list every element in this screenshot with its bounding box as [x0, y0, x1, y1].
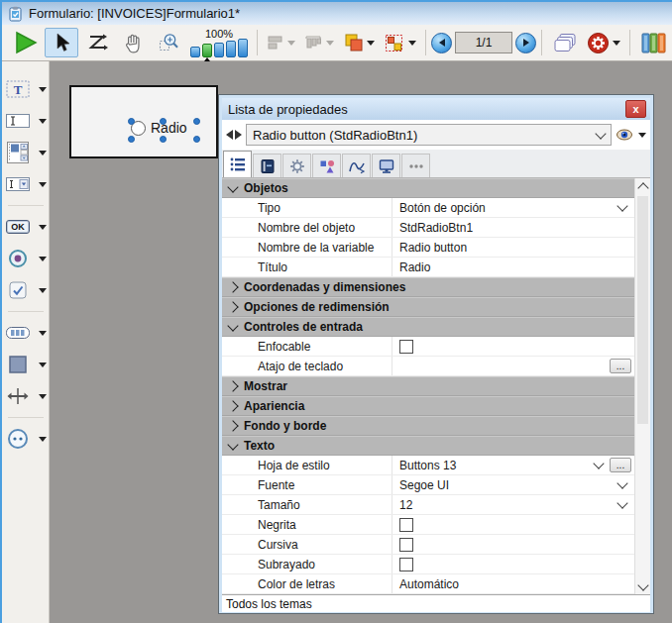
property-row[interactable]: TipoBotón de opción — [222, 198, 650, 218]
next-page-button[interactable] — [515, 33, 536, 53]
design-canvas[interactable]: Radio Lista de propiedades x Radio butt — [50, 61, 672, 623]
tab-settings[interactable] — [282, 154, 311, 177]
property-value-cell[interactable]: 12 — [392, 495, 634, 514]
property-row[interactable]: Tamaño12 — [222, 495, 650, 515]
close-icon[interactable]: x — [625, 100, 646, 118]
subforms-button[interactable] — [548, 28, 582, 57]
visibility-filter-button[interactable] — [616, 128, 646, 142]
toolbar-control-tool[interactable] — [4, 321, 47, 345]
section-row[interactable]: Opciones de redimensión — [222, 297, 650, 317]
property-row[interactable]: Negrita — [222, 515, 650, 535]
property-value-cell[interactable]: ... — [392, 357, 634, 375]
splitter-tool[interactable] — [4, 384, 47, 408]
property-row[interactable]: Color de letrasAutomático — [222, 574, 650, 594]
property-value-cell[interactable]: Radio button — [392, 238, 634, 257]
selection-handle[interactable] — [193, 118, 200, 125]
splitter-dropdown-arrow[interactable] — [39, 394, 47, 399]
ellipsis-button[interactable]: ... — [610, 458, 631, 472]
selection-handle[interactable] — [193, 136, 200, 143]
page-indicator[interactable]: 1/1 — [455, 32, 512, 53]
check-box-tool[interactable] — [4, 278, 47, 302]
property-value-cell[interactable]: Automático — [392, 574, 634, 593]
edit-field-tool[interactable] — [4, 109, 47, 133]
check-box-dropdown-arrow[interactable] — [39, 288, 47, 293]
static-text-dropdown-arrow[interactable] — [39, 87, 47, 92]
radio-button-dropdown-arrow[interactable] — [39, 257, 47, 261]
property-row[interactable]: Cursiva — [222, 535, 650, 555]
rectangle-tool[interactable] — [4, 353, 47, 376]
push-button-tool[interactable]: OK — [4, 215, 47, 239]
list-view-tool[interactable] — [4, 141, 47, 164]
property-value-cell[interactable]: StdRadioBtn1 — [392, 218, 634, 237]
property-value-cell[interactable]: Radio — [392, 258, 634, 276]
ellipsis-button[interactable]: ... — [610, 359, 631, 373]
section-row[interactable]: Objetos — [222, 178, 650, 198]
property-row[interactable]: Nombre del objetoStdRadioBtn1 — [222, 218, 650, 238]
edit-field-dropdown-arrow[interactable] — [39, 119, 47, 124]
eye-dropdown-arrow[interactable] — [638, 133, 646, 138]
chevron-down-icon[interactable] — [593, 458, 604, 468]
chevron-down-icon[interactable] — [616, 477, 627, 488]
rectangle-dropdown-arrow[interactable] — [39, 363, 47, 367]
property-row[interactable]: Subrayado — [222, 555, 650, 574]
selection-handle[interactable] — [160, 118, 167, 125]
section-row[interactable]: Controles de entrada — [222, 317, 650, 337]
previous-page-button[interactable] — [431, 33, 452, 53]
actions-dropdown-arrow[interactable] — [613, 41, 620, 46]
select-cursor-button[interactable] — [45, 28, 78, 57]
list-view-dropdown-arrow[interactable] — [39, 151, 47, 156]
panel-title-bar[interactable]: Lista de propiedades x — [222, 98, 650, 120]
custom-control-tool[interactable] — [4, 427, 47, 451]
z-order-button[interactable] — [339, 28, 378, 57]
tab-properties[interactable] — [223, 151, 252, 177]
next-object-icon[interactable] — [235, 130, 242, 140]
section-row[interactable]: Coordenadas y dimensiones — [222, 277, 650, 297]
checkbox[interactable] — [399, 538, 413, 552]
scroll-down-button[interactable] — [635, 578, 650, 594]
selection-handle[interactable] — [128, 136, 135, 143]
section-row[interactable]: Texto — [222, 436, 650, 456]
static-text-tool[interactable]: T — [4, 77, 47, 101]
selection-handle[interactable] — [128, 118, 135, 125]
pan-button[interactable] — [116, 28, 150, 57]
scrollbar[interactable] — [634, 178, 650, 594]
property-row[interactable]: FuenteSegoe UI — [222, 475, 650, 495]
actions-button[interactable] — [584, 28, 623, 57]
section-row[interactable]: Apariencia — [222, 396, 650, 416]
checkbox[interactable] — [399, 340, 413, 354]
tab-objects[interactable] — [312, 154, 341, 177]
property-value-cell[interactable]: Botón de opción — [392, 198, 634, 217]
toolbar-control-dropdown-arrow[interactable] — [39, 331, 47, 336]
property-row[interactable]: Enfocable — [222, 337, 650, 357]
library-button[interactable] — [636, 28, 670, 57]
z-order-dropdown-arrow[interactable] — [367, 41, 375, 46]
form-canvas[interactable]: Radio — [69, 85, 218, 158]
section-row[interactable]: Mostrar — [222, 376, 650, 396]
property-value-cell[interactable] — [392, 337, 634, 356]
property-value-cell[interactable] — [392, 535, 634, 554]
chevron-down-icon[interactable] — [616, 497, 627, 508]
tab-curve[interactable] — [342, 154, 371, 177]
property-row[interactable]: Nombre de la variableRadio button — [222, 238, 650, 258]
combo-box-tool[interactable] — [4, 172, 47, 196]
selection-mode-button[interactable] — [380, 28, 419, 57]
selection-handle[interactable] — [160, 136, 167, 143]
property-row[interactable]: TítuloRadio — [222, 258, 650, 277]
chevron-down-icon[interactable] — [616, 200, 627, 211]
prev-object-icon[interactable] — [226, 130, 233, 140]
custom-control-dropdown-arrow[interactable] — [39, 437, 47, 442]
scroll-up-button[interactable] — [635, 178, 650, 194]
run-button[interactable] — [9, 28, 43, 57]
object-selector[interactable]: Radio button (StdRadioBtn1) — [246, 124, 612, 146]
tab-events[interactable] — [253, 154, 281, 177]
radio-button-tool[interactable] — [4, 247, 47, 270]
selection-mode-dropdown-arrow[interactable] — [408, 41, 416, 46]
checkbox[interactable] — [399, 518, 413, 532]
tab-display[interactable] — [372, 154, 400, 177]
section-row[interactable]: Fondo y borde — [222, 416, 650, 436]
push-button-dropdown-arrow[interactable] — [39, 225, 47, 230]
tab-order-button[interactable] — [80, 28, 114, 57]
tab-more[interactable] — [401, 154, 430, 177]
combo-box-dropdown-arrow[interactable] — [39, 182, 47, 187]
property-value-cell[interactable] — [392, 555, 634, 573]
